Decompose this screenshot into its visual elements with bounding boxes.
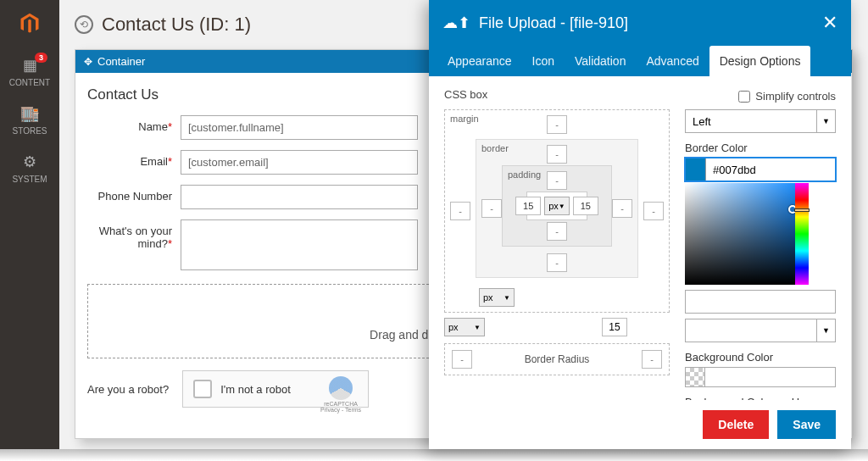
modal-header: ☁⬆ File Upload - [file-910] ✕	[429, 0, 851, 46]
content-box: px▼	[526, 192, 587, 220]
border-width-input[interactable]	[602, 318, 627, 336]
modal-tabs: Appearance Icon Validation Advanced Desi…	[429, 46, 851, 76]
name-input[interactable]	[181, 115, 418, 140]
unit-select-below[interactable]: px▼	[479, 288, 515, 307]
radius-left-input[interactable]	[452, 350, 472, 369]
page-title: Contact Us (ID: 1)	[102, 14, 251, 36]
margin-top-input[interactable]	[547, 115, 567, 134]
stores-icon: 🏬	[20, 104, 39, 123]
margin-right-input[interactable]	[643, 202, 664, 220]
reload-icon[interactable]: ⟲	[75, 15, 93, 34]
sidebar-item-stores[interactable]: 🏬 STORES	[0, 96, 59, 144]
email-input[interactable]	[181, 150, 418, 175]
bg-color-label: Background Color	[685, 351, 836, 364]
phone-input[interactable]	[181, 185, 418, 209]
box-model: margin border padding	[444, 109, 670, 313]
save-button[interactable]: Save	[777, 410, 836, 439]
admin-sidebar: ▦ CONTENT 3 🏬 STORES ⚙ SYSTEM	[0, 0, 59, 449]
magento-logo	[0, 0, 59, 47]
padding-left-input[interactable]	[515, 197, 541, 215]
recaptcha-checkbox[interactable]	[193, 380, 212, 398]
align-select[interactable]: Left ▼	[685, 109, 836, 133]
modal-title: File Upload - [file-910]	[479, 14, 814, 32]
padding-right-input[interactable]	[573, 197, 598, 215]
tab-appearance[interactable]: Appearance	[437, 46, 522, 76]
recaptcha-box[interactable]: I'm not a robot reCAPTCHA Privacy - Term…	[182, 370, 369, 408]
padding-box: padding px▼	[502, 165, 612, 247]
border-color-label: Border Color	[685, 142, 836, 154]
padding-top-input[interactable]	[547, 171, 567, 190]
move-icon[interactable]: ✥	[84, 56, 92, 68]
page-shadow	[0, 449, 868, 461]
sidebar-item-label: SYSTEM	[12, 175, 47, 184]
bg-color-swatch[interactable]	[685, 367, 705, 387]
sidebar-item-system[interactable]: ⚙ SYSTEM	[0, 144, 59, 192]
recaptcha-logo: reCAPTCHA Privacy - Terms	[320, 376, 361, 413]
border-radius-box: Border Radius	[444, 343, 670, 375]
bg-color-input[interactable]	[705, 367, 836, 387]
border-right-input[interactable]	[612, 199, 632, 218]
gear-icon: ⚙	[23, 153, 36, 171]
border-style-input[interactable]	[685, 290, 836, 314]
tab-icon[interactable]: Icon	[522, 46, 565, 76]
file-upload-modal: ☁⬆ File Upload - [file-910] ✕ Appearance…	[429, 0, 851, 449]
padding-bottom-input[interactable]	[547, 222, 567, 241]
color-swatch[interactable]	[686, 158, 706, 181]
unit-select-inner[interactable]: px▼	[544, 197, 570, 215]
border-style-select[interactable]: ▼	[685, 319, 836, 342]
mind-textarea[interactable]	[181, 219, 418, 270]
simplify-checkbox[interactable]	[738, 91, 750, 103]
notification-badge: 3	[35, 53, 47, 63]
border-left-input[interactable]	[481, 199, 502, 218]
close-icon[interactable]: ✕	[822, 12, 837, 34]
border-bottom-input[interactable]	[547, 253, 567, 272]
delete-button[interactable]: Delete	[703, 410, 769, 439]
modal-body: CSS box Simplify controls margin border	[429, 76, 851, 400]
unit-select-bw[interactable]: px▼	[444, 318, 485, 336]
tab-advanced[interactable]: Advanced	[636, 46, 709, 76]
right-column: Left ▼ Border Color #007dbd ▼ Background…	[685, 109, 836, 400]
margin-left-input[interactable]	[450, 202, 470, 220]
border-top-input[interactable]	[547, 145, 567, 164]
chevron-down-icon: ▼	[816, 110, 835, 132]
cloud-upload-icon: ☁⬆	[442, 14, 470, 32]
bg-hover-label: Background Color on Hover	[685, 396, 836, 400]
css-box-column: margin border padding	[444, 109, 670, 400]
hue-bar[interactable]	[795, 183, 809, 285]
border-color-input[interactable]: #007dbd	[685, 158, 836, 181]
modal-footer: Delete Save	[429, 400, 851, 449]
tab-design-options[interactable]: Design Options	[709, 46, 811, 76]
css-box-label: CSS box	[444, 88, 487, 101]
sidebar-item-label: CONTENT	[9, 78, 50, 87]
color-picker[interactable]	[685, 183, 809, 285]
hue-cursor[interactable]	[794, 208, 810, 212]
border-box: border padding px▼	[476, 139, 638, 278]
sidebar-item-content[interactable]: ▦ CONTENT 3	[0, 47, 59, 96]
tab-validation[interactable]: Validation	[565, 46, 636, 76]
color-value[interactable]: #007dbd	[706, 158, 835, 181]
sv-area[interactable]	[685, 183, 795, 285]
recaptcha-text: I'm not a robot	[220, 383, 291, 396]
sidebar-item-label: STORES	[13, 126, 47, 136]
simplify-controls[interactable]: Simplify controls	[738, 90, 836, 103]
captcha-label: Are you a robot?	[87, 383, 169, 396]
border-width-row: px▼	[444, 318, 670, 336]
border-radius-label: Border Radius	[525, 353, 590, 365]
container-label: Container	[97, 55, 145, 68]
radius-right-input[interactable]	[642, 350, 662, 369]
